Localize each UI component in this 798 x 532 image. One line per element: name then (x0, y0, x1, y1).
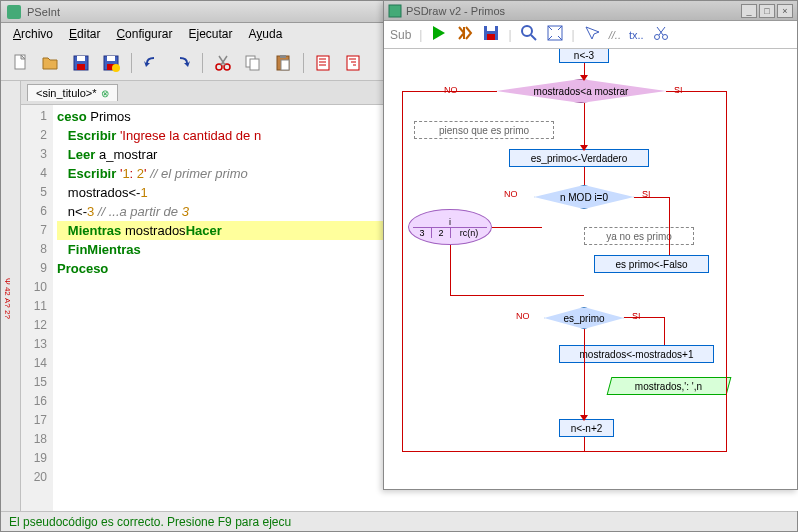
fc-label-no-2: NO (504, 189, 518, 199)
run-button[interactable] (430, 24, 448, 45)
fc-loop-ellipse[interactable]: i 32rc(n) (408, 209, 492, 245)
copy-button[interactable] (241, 51, 265, 75)
fc-label-si-3: SI (632, 311, 641, 321)
svg-rect-17 (389, 5, 401, 17)
fc-assign-n2[interactable]: n<-n+2 (559, 419, 614, 437)
fc-assign-verdadero[interactable]: es_primo<-Verdadero (509, 149, 649, 167)
zoom-button[interactable] (520, 24, 538, 45)
fc-decision-mod[interactable]: n MOD i=0 (534, 185, 634, 209)
fc-output[interactable]: mostrados,': ',n (607, 377, 732, 395)
paste-button[interactable] (271, 51, 295, 75)
tool-selector-button[interactable] (583, 24, 601, 45)
svg-rect-2 (77, 56, 85, 61)
fc-assign-n3[interactable]: n<-3 (559, 49, 609, 63)
psdraw-titlebar[interactable]: PSDraw v2 - Primos _ □ × (384, 1, 797, 21)
fc-note-pienso[interactable]: pienso que es primo (414, 121, 554, 139)
svg-rect-19 (487, 26, 495, 31)
fc-assign-mostrados[interactable]: mostrados<-mostrados+1 (559, 345, 714, 363)
cut-tool-button[interactable] (652, 24, 670, 45)
svg-rect-11 (250, 59, 259, 70)
psdraw-title: PSDraw v2 - Primos (406, 5, 505, 17)
app-icon (7, 5, 21, 19)
tab-close-icon[interactable]: ⊗ (101, 88, 109, 99)
fc-label-no-1: NO (444, 85, 458, 95)
psdraw-window[interactable]: PSDraw v2 - Primos _ □ × Sub | | | //.. … (383, 0, 798, 490)
save-button[interactable] (69, 51, 93, 75)
close-button[interactable]: × (777, 4, 793, 18)
svg-rect-15 (317, 56, 329, 70)
psdraw-toolbar: Sub | | | //.. tx.. (384, 21, 797, 49)
step-button[interactable] (456, 24, 474, 45)
statusbar: El pseudocódigo es correcto. Presione F9… (1, 511, 797, 531)
fc-label-no-3: NO (516, 311, 530, 321)
cut-button[interactable] (211, 51, 235, 75)
fit-button[interactable] (546, 24, 564, 45)
menu-ayuda[interactable]: Ayuda (240, 25, 290, 43)
status-text: El pseudocódigo es correcto. Presione F9… (9, 515, 291, 529)
svg-rect-3 (77, 64, 85, 70)
svg-point-23 (654, 35, 659, 40)
sidebar-tab-variables[interactable]: Ψ 42 A? 2? (1, 274, 14, 323)
comment-tool-button[interactable]: //.. (609, 29, 621, 41)
svg-point-7 (112, 64, 120, 72)
menu-archivo[interactable]: Archivo (5, 25, 61, 43)
menu-editar[interactable]: Editar (61, 25, 108, 43)
redo-button[interactable] (170, 51, 194, 75)
save-as-button[interactable] (99, 51, 123, 75)
fc-note-yano[interactable]: ya no es primo (584, 227, 694, 245)
menu-configurar[interactable]: Configurar (108, 25, 180, 43)
open-file-button[interactable] (39, 51, 63, 75)
left-sidebar: Ψ 42 A? 2? lista de variables * = ∧ oper… (1, 81, 21, 511)
fc-assign-falso[interactable]: es primo<-Falso (594, 255, 709, 273)
new-file-button[interactable] (9, 51, 33, 75)
undo-button[interactable] (140, 51, 164, 75)
line-gutter: 1234567891011121314151617181920 (21, 105, 53, 511)
maximize-button[interactable]: □ (759, 4, 775, 18)
fc-decision-esprimo[interactable]: es_primo (544, 307, 624, 329)
svg-point-21 (522, 26, 532, 36)
indent-button[interactable] (312, 51, 336, 75)
svg-rect-14 (281, 60, 289, 70)
text-tool-button[interactable]: tx.. (629, 29, 644, 41)
sub-label[interactable]: Sub (390, 28, 411, 42)
flowchart-canvas[interactable]: n<-3 mostrados<a mostrar NO SI pienso qu… (384, 49, 797, 489)
outdent-button[interactable] (342, 51, 366, 75)
fc-decision-main[interactable]: mostrados<a mostrar (496, 79, 666, 103)
svg-point-24 (662, 35, 667, 40)
minimize-button[interactable]: _ (741, 4, 757, 18)
tab-label: <sin_titulo>* (36, 87, 97, 99)
save-diagram-button[interactable] (482, 24, 500, 45)
menu-ejecutar[interactable]: Ejecutar (180, 25, 240, 43)
fc-label-si-1: SI (674, 85, 683, 95)
svg-rect-13 (280, 55, 286, 58)
app-title: PSeInt (27, 6, 60, 18)
svg-rect-20 (487, 34, 495, 40)
svg-rect-16 (347, 56, 359, 70)
svg-rect-5 (107, 56, 115, 61)
psdraw-icon (388, 4, 402, 18)
editor-tab[interactable]: <sin_titulo>* ⊗ (27, 84, 118, 101)
